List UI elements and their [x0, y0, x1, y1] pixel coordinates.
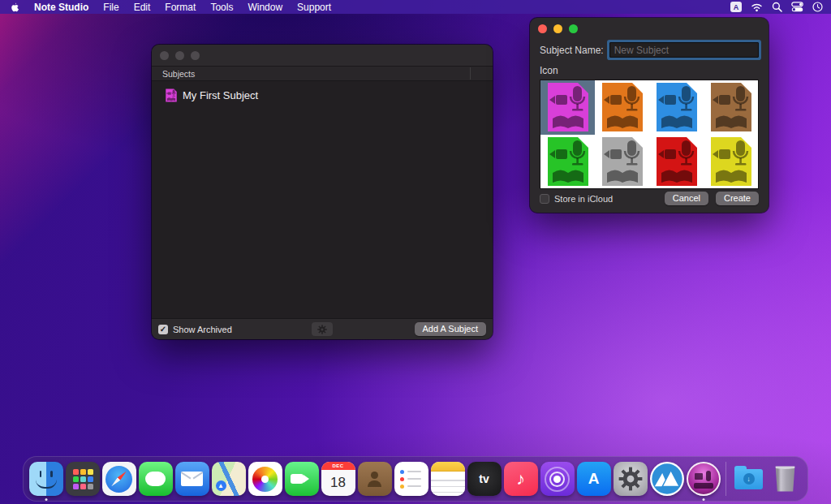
- dock-launchpad-icon[interactable]: [64, 457, 101, 501]
- dock-apple-tv-icon[interactable]: tv: [466, 457, 502, 501]
- calendar-day: 18: [321, 470, 355, 496]
- cancel-button[interactable]: Cancel: [665, 192, 708, 205]
- menu-file[interactable]: File: [96, 2, 126, 13]
- show-archived-checkbox[interactable]: ✓: [158, 325, 168, 334]
- subjects-window: Subjects My First Subject ✓ Show Archive…: [152, 45, 493, 339]
- store-in-icloud-checkbox[interactable]: [540, 194, 549, 204]
- zoom-button[interactable]: [191, 51, 200, 60]
- subject-name-input[interactable]: [609, 42, 759, 58]
- icon-picker-grid: [540, 80, 759, 189]
- clock-icon[interactable]: [812, 2, 823, 12]
- menu-bar: Note Studio FileEditFormatToolsWindowSup…: [0, 0, 831, 14]
- subject-icon-option-orange[interactable]: [595, 80, 649, 135]
- menu-window[interactable]: Window: [240, 2, 290, 13]
- apple-menu-icon[interactable]: [10, 2, 20, 12]
- dock-downloads-icon[interactable]: ↓: [730, 457, 767, 501]
- dock-contacts-icon[interactable]: [356, 457, 393, 501]
- close-button[interactable]: [538, 24, 547, 33]
- running-indicator: [702, 498, 704, 501]
- menu-bar-status-area: A: [730, 2, 823, 12]
- dock-maps-icon[interactable]: ▲: [210, 457, 247, 501]
- dock-finder-icon[interactable]: [28, 457, 64, 501]
- dock-mail-icon[interactable]: [174, 457, 210, 501]
- subject-icon-option-blue[interactable]: [649, 80, 704, 135]
- spotlight-search-icon[interactable]: [772, 2, 782, 12]
- new-subject-dialog: Subject Name: Icon: [530, 18, 769, 213]
- subject-icon-option-yellow[interactable]: [704, 135, 758, 189]
- dialog-footer: Store in iCloud Cancel Create: [540, 192, 759, 205]
- menu-tools[interactable]: Tools: [203, 2, 240, 13]
- calendar-month: DEC: [321, 462, 355, 470]
- subject-name-label: Subject Name:: [540, 45, 604, 56]
- subject-icon-option-red[interactable]: [649, 135, 704, 189]
- subject-document-icon: [166, 88, 177, 102]
- dock-messages-icon[interactable]: [137, 457, 174, 501]
- dock-facetime-icon[interactable]: [283, 457, 320, 501]
- subjects-window-titlebar[interactable]: [152, 45, 493, 67]
- dock-separator: [726, 462, 726, 496]
- close-button[interactable]: [160, 51, 169, 60]
- menu-format[interactable]: Format: [157, 2, 203, 13]
- subjects-column-header-label: Subjects: [152, 69, 195, 79]
- dock-trash-icon[interactable]: [767, 457, 803, 501]
- subject-row-title: My First Subject: [183, 89, 258, 101]
- gear-icon: [317, 325, 327, 334]
- input-source-icon[interactable]: A: [730, 2, 742, 12]
- dock-notes-icon[interactable]: [429, 457, 466, 501]
- icon-section-label: Icon: [540, 65, 759, 76]
- menu-app-name[interactable]: Note Studio: [27, 2, 96, 13]
- subjects-column-header[interactable]: Subjects: [152, 67, 493, 81]
- column-divider[interactable]: [470, 67, 471, 80]
- dock-app-store-icon[interactable]: A: [575, 457, 612, 501]
- zoom-button[interactable]: [569, 24, 578, 33]
- control-center-icon[interactable]: [791, 2, 803, 12]
- actions-gear-button[interactable]: [312, 322, 333, 336]
- wifi-icon[interactable]: [751, 2, 763, 12]
- dock-reminders-icon[interactable]: [393, 457, 429, 501]
- dock-calendar-icon[interactable]: DEC 18: [320, 457, 356, 501]
- subject-row[interactable]: My First Subject: [152, 82, 493, 102]
- dialog-titlebar[interactable]: [530, 18, 769, 39]
- menu-items: FileEditFormatToolsWindowSupport: [96, 2, 338, 13]
- add-subject-button[interactable]: Add A Subject: [415, 322, 487, 336]
- dock-system-preferences-icon[interactable]: [612, 457, 648, 501]
- minimize-button[interactable]: [553, 24, 562, 33]
- dock-safari-icon[interactable]: [101, 457, 137, 501]
- dock-photos-icon[interactable]: [247, 457, 283, 501]
- subjects-list: My First Subject: [152, 82, 493, 318]
- subject-icon-option-magenta[interactable]: [540, 80, 595, 135]
- subjects-footer-bar: ✓ Show Archived: [152, 318, 493, 339]
- subject-icon-option-green[interactable]: [540, 135, 595, 189]
- menu-edit[interactable]: Edit: [127, 2, 158, 13]
- dock-note-studio-icon[interactable]: [685, 457, 721, 501]
- desktop-wallpaper: Note Studio FileEditFormatToolsWindowSup…: [0, 0, 831, 504]
- minimize-button[interactable]: [175, 51, 184, 60]
- running-indicator: [45, 498, 47, 501]
- show-archived-label: Show Archived: [173, 325, 232, 334]
- store-in-icloud-label: Store in iCloud: [554, 194, 613, 204]
- dock-music-icon[interactable]: ♪: [502, 457, 539, 501]
- create-button[interactable]: Create: [716, 192, 759, 205]
- dock: ▲ DEC 18 tv: [23, 456, 808, 502]
- dock-podcasts-icon[interactable]: [539, 457, 575, 501]
- subject-icon-option-brown[interactable]: [704, 80, 758, 135]
- dock-mountain-app-icon[interactable]: [648, 457, 685, 501]
- subject-icon-option-gray[interactable]: [595, 135, 649, 189]
- menu-support[interactable]: Support: [290, 2, 338, 13]
